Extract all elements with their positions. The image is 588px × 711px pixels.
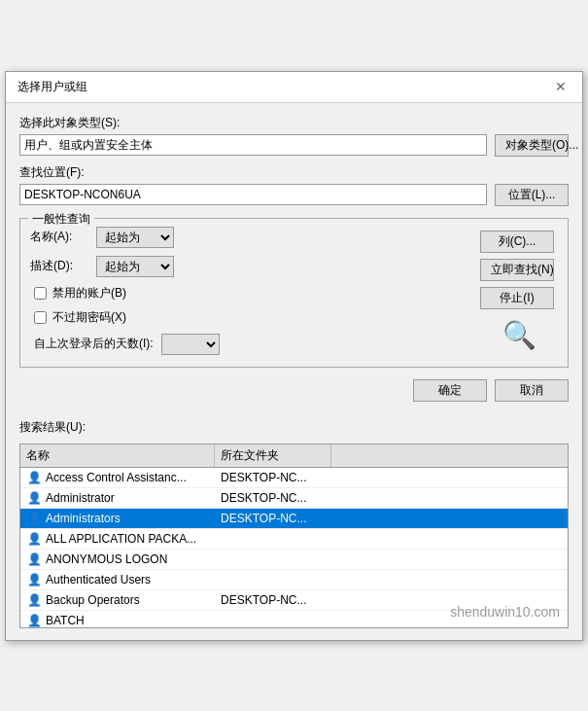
general-query-label: 一般性查询 xyxy=(28,211,94,228)
no-expire-password-row: 不过期密码(X) xyxy=(34,309,472,326)
cell-name: 👤ANONYMOUS LOGON xyxy=(20,550,215,569)
stop-button[interactable]: 停止(I) xyxy=(480,287,554,309)
table-row[interactable]: 👤AdministratorDESKTOP-NC... xyxy=(20,488,568,509)
dialog-title: 选择用户或组 xyxy=(17,79,87,95)
object-type-row: 对象类型(O)... xyxy=(19,134,569,157)
cell-name: 👤BATCH xyxy=(20,611,215,628)
no-expire-password-checkbox[interactable] xyxy=(34,311,47,324)
table-row[interactable]: 👤Access Control Assistanc...DESKTOP-NC..… xyxy=(20,468,568,488)
cancel-button[interactable]: 取消 xyxy=(495,379,569,402)
table-row[interactable]: 👤Authenticated Users xyxy=(20,570,568,590)
cell-folder: DESKTOP-NC... xyxy=(215,469,331,486)
columns-button[interactable]: 列(C)... xyxy=(480,231,554,253)
cell-folder xyxy=(215,537,331,541)
cell-folder xyxy=(215,619,331,622)
cell-folder xyxy=(215,557,331,561)
desc-query-row: 描述(D): 起始为 xyxy=(30,256,472,277)
location-input[interactable] xyxy=(19,184,487,205)
cell-name-text: Backup Operators xyxy=(46,593,140,607)
cell-name-text: Authenticated Users xyxy=(46,573,151,587)
ok-cancel-row: 确定 取消 xyxy=(19,375,569,408)
location-button[interactable]: 位置(L)... xyxy=(495,184,569,206)
days-since-login-select[interactable] xyxy=(161,334,220,355)
cell-name: 👤Administrator xyxy=(20,488,215,508)
days-since-login-label: 自上次登录后的天数(I): xyxy=(34,336,154,352)
table-row[interactable]: 👤ALL APPLICATION PACKA... xyxy=(20,529,568,550)
table-row[interactable]: 👤AdministratorsDESKTOP-NC... xyxy=(20,509,568,529)
col-name-header[interactable]: 名称 xyxy=(20,444,215,467)
search-icon-container: 🔍 xyxy=(480,315,558,355)
row-icon: 👤 xyxy=(26,592,42,608)
disabled-account-row: 禁用的账户(B) xyxy=(34,285,472,302)
row-icon: 👤 xyxy=(26,511,42,526)
row-icon: 👤 xyxy=(26,470,42,485)
close-button[interactable]: ✕ xyxy=(551,77,571,96)
desc-query-label: 描述(D): xyxy=(30,258,88,274)
general-query-content: 名称(A): 起始为 描述(D): 起始为 xyxy=(30,227,558,355)
cell-folder: DESKTOP-NC... xyxy=(215,510,331,527)
disabled-account-checkbox[interactable] xyxy=(34,287,47,300)
cell-name-text: ALL APPLICATION PACKA... xyxy=(46,532,196,546)
search-magnifier-icon: 🔍 xyxy=(502,319,536,351)
name-query-label: 名称(A): xyxy=(30,229,88,245)
row-icon: 👤 xyxy=(26,531,42,547)
dialog-body: 选择此对象类型(S): 对象类型(O)... 查找位置(F): 位置(L)...… xyxy=(6,103,582,640)
table-row[interactable]: 👤ANONYMOUS LOGON xyxy=(20,550,568,570)
location-row: 位置(L)... xyxy=(19,184,569,206)
location-group: 查找位置(F): 位置(L)... xyxy=(19,164,569,206)
row-icon: 👤 xyxy=(26,551,42,567)
object-type-label: 选择此对象类型(S): xyxy=(19,115,569,131)
row-icon: 👤 xyxy=(26,572,42,587)
row-icon: 👤 xyxy=(26,613,42,628)
ok-button[interactable]: 确定 xyxy=(413,379,487,402)
cell-name: 👤Authenticated Users xyxy=(20,570,215,589)
cell-folder: DESKTOP-NC... xyxy=(215,489,331,507)
cell-name-text: Administrators xyxy=(46,512,121,525)
cell-name-text: BATCH xyxy=(46,614,85,627)
cell-folder: DESKTOP-NC... xyxy=(215,591,331,609)
general-query-right: 列(C)... 立即查找(N) 停止(I) 🔍 xyxy=(480,227,558,355)
cell-name-text: ANONYMOUS LOGON xyxy=(46,552,167,566)
name-query-row: 名称(A): 起始为 xyxy=(30,227,472,248)
general-query-group: 一般性查询 名称(A): 起始为 描述(D): 起始为 xyxy=(19,218,569,368)
cell-name: 👤Administrators xyxy=(20,509,215,528)
select-user-group-dialog: 选择用户或组 ✕ 选择此对象类型(S): 对象类型(O)... 查找位置(F):… xyxy=(5,71,583,641)
no-expire-password-label: 不过期密码(X) xyxy=(52,309,126,326)
object-type-group: 选择此对象类型(S): 对象类型(O)... xyxy=(19,115,569,157)
object-type-input[interactable] xyxy=(19,134,487,156)
watermark: shenduwin10.com xyxy=(450,604,560,620)
results-label: 搜索结果(U): xyxy=(19,419,569,436)
results-table[interactable]: 名称 所在文件夹 👤Access Control Assistanc...DES… xyxy=(19,444,569,628)
name-query-select[interactable]: 起始为 xyxy=(96,227,174,248)
general-query-left: 名称(A): 起始为 描述(D): 起始为 xyxy=(30,227,472,355)
cell-name: 👤Access Control Assistanc... xyxy=(20,468,215,487)
cell-name: 👤ALL APPLICATION PACKA... xyxy=(20,529,215,549)
cell-name-text: Administrator xyxy=(46,491,115,505)
title-bar: 选择用户或组 ✕ xyxy=(6,72,582,103)
cell-name: 👤Backup Operators xyxy=(20,590,215,610)
disabled-account-label: 禁用的账户(B) xyxy=(52,285,126,302)
desc-query-select[interactable]: 起始为 xyxy=(96,256,174,277)
location-label: 查找位置(F): xyxy=(19,164,569,181)
object-type-button[interactable]: 对象类型(O)... xyxy=(495,134,569,157)
col-folder-header[interactable]: 所在文件夹 xyxy=(215,444,331,467)
cell-folder xyxy=(215,578,331,582)
days-since-login-row: 自上次登录后的天数(I): xyxy=(34,334,472,355)
cell-name-text: Access Control Assistanc... xyxy=(46,471,187,484)
row-icon: 👤 xyxy=(26,490,42,506)
results-header: 名称 所在文件夹 xyxy=(20,444,568,468)
search-now-button[interactable]: 立即查找(N) xyxy=(480,259,554,281)
